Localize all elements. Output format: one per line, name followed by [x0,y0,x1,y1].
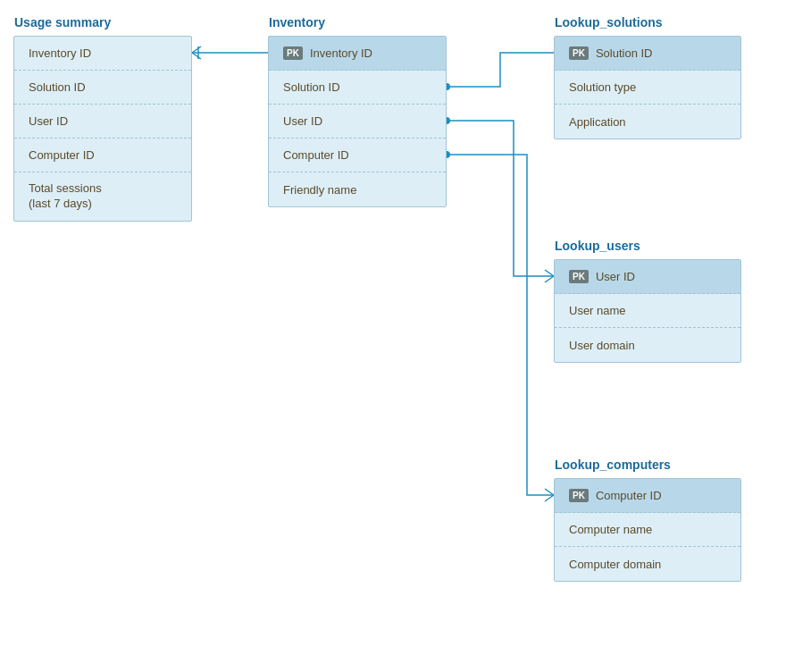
comp-computer-id-row: PK Computer ID [555,479,740,513]
usage-user-id-row: User ID [14,105,191,139]
usr-user-name-row: User name [555,294,740,328]
usage-total-sessions-row: Total sessions(last 7 days) [14,172,191,221]
usr-user-name-label: User name [569,304,626,317]
usage-total-sessions-label: Total sessions(last 7 days) [29,181,102,212]
conn-inv-computers [443,151,554,501]
comp-computer-name-row: Computer name [555,513,740,547]
comp-computer-domain-label: Computer domain [569,558,661,571]
svg-line-2 [192,53,201,59]
inv-friendly-name-label: Friendly name [283,183,356,197]
lookup-solutions-title: Lookup_solutions [555,15,663,29]
comp-computer-name-label: Computer name [569,523,652,536]
lookup-solutions-table: Lookup_solutions PK Solution ID Solution… [554,36,741,139]
sol-solution-type-label: Solution type [569,80,636,94]
usage-inventory-id-row: Inventory ID [14,37,191,71]
svg-line-1 [192,46,201,53]
inventory-table: Inventory PK Inventory ID Solution ID Us… [268,36,447,207]
sol-solution-type-row: Solution type [555,71,740,105]
lookup-users-title: Lookup_users [555,239,640,253]
usage-computer-id-row: Computer ID [14,139,191,172]
usage-inventory-id-label: Inventory ID [29,46,91,60]
usage-user-id-label: User ID [29,114,68,128]
usr-pk-badge: PK [569,270,589,283]
conn-inv-users [443,117,554,282]
svg-line-7 [545,276,554,282]
sol-solution-id-label: Solution ID [596,46,653,60]
usage-summary-table: Usage summary Inventory ID Solution ID U… [13,36,192,222]
usage-computer-id-label: Computer ID [29,148,95,162]
comp-computer-domain-row: Computer domain [555,547,740,581]
comp-pk-badge: PK [569,489,589,502]
sol-solution-id-row: PK Solution ID [555,37,740,71]
inventory-title: Inventory [269,15,325,29]
svg-line-6 [545,270,554,276]
comp-computer-id-label: Computer ID [596,489,662,502]
conn-usage-inventory [192,46,268,59]
inv-user-id-row: User ID [269,105,446,139]
lookup-computers-table: Lookup_computers PK Computer ID Computer… [554,478,741,582]
usr-user-domain-row: User domain [555,328,740,362]
inv-computer-id-label: Computer ID [283,148,349,162]
usage-solution-id-label: Solution ID [29,80,86,94]
diagram-container: Usage summary Inventory ID Solution ID U… [0,0,786,672]
inv-user-id-label: User ID [283,114,322,128]
usr-user-domain-label: User domain [569,339,635,352]
inv-computer-id-row: Computer ID [269,139,446,172]
svg-line-9 [545,489,554,495]
usage-solution-id-row: Solution ID [14,71,191,105]
lookup-users-table: Lookup_users PK User ID User name User d… [554,259,741,363]
usr-user-id-label: User ID [596,270,635,283]
inv-solution-id-row: Solution ID [269,71,446,105]
lookup-computers-title: Lookup_computers [555,458,671,472]
svg-line-10 [545,495,554,501]
sol-application-row: Application [555,105,740,139]
inv-inventory-id-label: Inventory ID [310,46,372,60]
usage-summary-title: Usage summary [14,15,111,29]
inv-inventory-id-row: PK Inventory ID [269,37,446,71]
sol-pk-badge: PK [569,46,589,60]
inv-friendly-name-row: Friendly name [269,172,446,206]
inv-pk-badge: PK [283,46,303,60]
conn-inv-solutions [443,53,554,90]
sol-application-label: Application [569,115,626,129]
usr-user-id-row: PK User ID [555,260,740,294]
inv-solution-id-label: Solution ID [283,80,340,94]
